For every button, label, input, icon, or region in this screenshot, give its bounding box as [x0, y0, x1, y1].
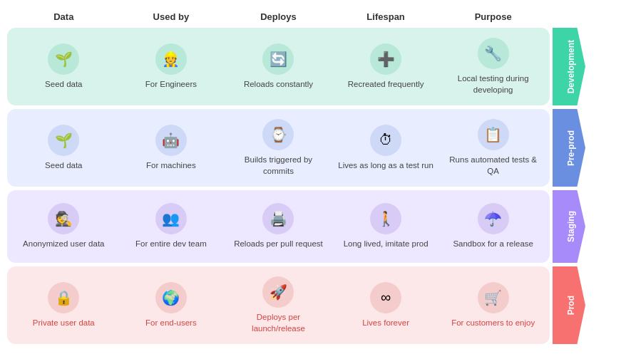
- cell-text-dev-2: Reloads constantly: [244, 79, 313, 90]
- cell-dev-2: 🔄Reloads constantly: [226, 32, 331, 101]
- column-header: Data: [10, 11, 118, 22]
- cell-icon-preprod-4: 📋: [478, 119, 509, 150]
- cell-icon-prod-3: ∞: [370, 282, 401, 313]
- section-label-prod: Prod: [562, 296, 576, 315]
- cell-text-prod-4: For customers to enjoy: [451, 318, 535, 329]
- section-preprod: 🌱Seed data🤖For machines⌚Builds triggered…: [7, 109, 585, 187]
- cell-icon-preprod-2: ⌚: [262, 119, 294, 150]
- section-staging: 🕵️Anonymized user data👥For entire dev te…: [7, 190, 585, 263]
- cell-text-staging-3: Long lived, imitate prod: [344, 239, 428, 250]
- section-label-staging: Staging: [562, 211, 576, 242]
- cell-prod-1: 🌍For end-users: [119, 271, 224, 340]
- cell-text-preprod-4: Runs automated tests & QA: [443, 155, 543, 177]
- cell-text-preprod-1: For machines: [146, 160, 196, 172]
- section-label-dev: Development: [562, 40, 576, 93]
- cell-icon-staging-3: 🚶: [370, 203, 401, 234]
- cell-dev-3: ➕Recreated frequently: [334, 32, 438, 101]
- cell-text-prod-2: Deploys per launch/release: [229, 312, 328, 334]
- cell-text-staging-1: For entire dev team: [135, 239, 207, 250]
- cell-text-preprod-0: Seed data: [45, 160, 82, 172]
- cell-preprod-0: 🌱Seed data: [11, 113, 116, 182]
- column-header: Purpose: [439, 11, 547, 22]
- cell-icon-prod-2: 🚀: [262, 276, 294, 308]
- section-tab-dev: Development: [553, 28, 585, 105]
- section-tab-staging: Staging: [553, 190, 585, 263]
- section-tab-prod: Prod: [553, 266, 585, 344]
- cell-text-dev-1: For Engineers: [145, 79, 197, 90]
- section-prod: 🔒Private user data🌍For end-users🚀Deploys…: [7, 266, 585, 344]
- column-header: Deploys: [225, 11, 332, 22]
- cell-icon-preprod-1: 🤖: [155, 125, 187, 156]
- cell-dev-0: 🌱Seed data: [11, 32, 116, 101]
- section-dev: 🌱Seed data👷For Engineers🔄Reloads constan…: [7, 28, 585, 105]
- cell-text-dev-3: Recreated frequently: [348, 79, 424, 90]
- cell-text-prod-3: Lives forever: [362, 318, 409, 329]
- cell-text-prod-0: Private user data: [33, 318, 95, 329]
- cell-text-staging-4: Sandbox for a release: [453, 239, 533, 250]
- cell-icon-dev-3: ➕: [370, 43, 401, 75]
- column-header: Used by: [118, 11, 225, 22]
- cell-icon-prod-1: 🌍: [155, 282, 187, 313]
- cell-icon-staging-0: 🕵️: [48, 203, 79, 234]
- cell-icon-staging-2: 🖨️: [262, 203, 294, 234]
- cell-preprod-4: 📋Runs automated tests & QA: [441, 113, 545, 182]
- cell-staging-1: 👥For entire dev team: [119, 194, 224, 259]
- section-tab-preprod: Pre-prod: [553, 109, 585, 187]
- cell-icon-prod-4: 🛒: [478, 282, 509, 313]
- cell-icon-staging-1: 👥: [155, 203, 187, 234]
- cell-dev-1: 👷For Engineers: [119, 32, 224, 101]
- cell-staging-0: 🕵️Anonymized user data: [11, 194, 116, 259]
- cell-text-staging-0: Anonymized user data: [23, 239, 104, 250]
- cell-prod-4: 🛒For customers to enjoy: [441, 271, 545, 340]
- cell-icon-preprod-0: 🌱: [48, 125, 79, 156]
- cell-icon-preprod-3: ⏱: [370, 125, 401, 156]
- cell-text-prod-1: For end-users: [145, 318, 197, 329]
- cell-preprod-3: ⏱Lives as long as a test run: [334, 113, 438, 182]
- cell-preprod-1: 🤖For machines: [119, 113, 224, 182]
- cell-icon-dev-1: 👷: [155, 43, 187, 75]
- cell-prod-3: ∞Lives forever: [334, 271, 438, 340]
- cell-staging-2: 🖨️Reloads per pull request: [226, 194, 331, 259]
- cell-text-staging-2: Reloads per pull request: [234, 239, 323, 250]
- column-header: Lifespan: [332, 11, 440, 22]
- cell-prod-0: 🔒Private user data: [11, 271, 116, 340]
- cell-text-dev-4: Local testing during developing: [443, 73, 543, 95]
- cell-text-preprod-2: Builds triggered by commits: [229, 155, 328, 177]
- cell-icon-staging-4: ☂️: [478, 203, 509, 234]
- cell-icon-dev-2: 🔄: [262, 43, 294, 75]
- cell-text-preprod-3: Lives as long as a test run: [338, 160, 433, 172]
- cell-staging-3: 🚶Long lived, imitate prod: [334, 194, 438, 259]
- main-container: DataUsed byDeploysLifespanPurpose 🌱Seed …: [0, 0, 621, 364]
- cell-prod-2: 🚀Deploys per launch/release: [226, 271, 331, 340]
- section-label-preprod: Pre-prod: [562, 130, 576, 166]
- cell-dev-4: 🔧Local testing during developing: [441, 32, 545, 101]
- cell-text-dev-0: Seed data: [45, 79, 82, 90]
- cell-preprod-2: ⌚Builds triggered by commits: [226, 113, 331, 182]
- cell-icon-dev-0: 🌱: [48, 43, 79, 75]
- cell-icon-dev-4: 🔧: [478, 38, 509, 69]
- cell-staging-4: ☂️Sandbox for a release: [441, 194, 545, 259]
- cell-icon-prod-0: 🔒: [48, 282, 79, 313]
